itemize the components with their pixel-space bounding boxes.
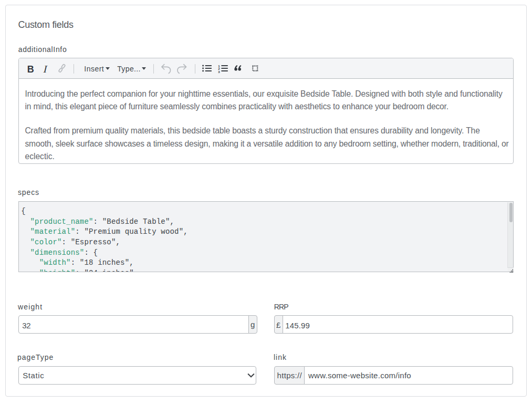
svg-text:3: 3 [218, 70, 220, 74]
